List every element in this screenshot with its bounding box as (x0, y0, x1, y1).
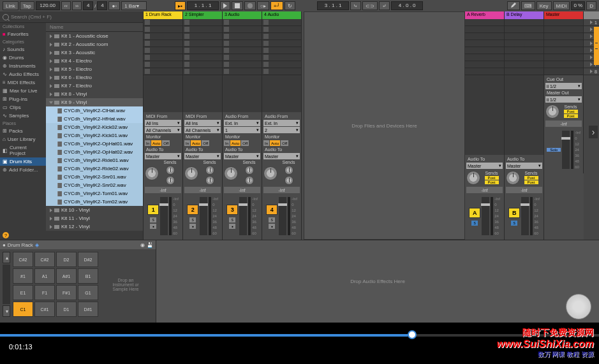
sidebar-samples[interactable]: ∿Samples (0, 112, 46, 120)
kit-folder[interactable]: Kit 8 - Vinyl (46, 90, 143, 98)
clip-slot[interactable] (223, 68, 262, 75)
clip-slot[interactable] (223, 61, 262, 68)
arm-button[interactable]: ● (150, 224, 156, 229)
input-dropdown[interactable]: Ext. In▾ (263, 120, 300, 126)
clip-slot[interactable] (505, 26, 544, 33)
track-header[interactable]: 4 Audio (262, 11, 301, 19)
channel-dropdown[interactable]: 1▾ (224, 127, 260, 133)
audio-file[interactable]: CYCdh_VinylK2-ClHat.wav (46, 106, 143, 115)
kit-folder[interactable]: Kit 9 - Vinyl (46, 98, 143, 106)
clip-slot[interactable] (183, 54, 222, 61)
clip-slot[interactable] (183, 68, 222, 75)
volume-display[interactable]: -Inf (263, 187, 300, 193)
clip-slot[interactable] (144, 68, 182, 75)
audio-file[interactable]: CYCdh_VinylK2-OpHat01.wav (46, 140, 143, 148)
automation-arm[interactable]: +┘ (270, 1, 283, 10)
clip-slot[interactable] (544, 33, 583, 40)
clip-slot[interactable] (544, 68, 583, 75)
kit-folder[interactable]: Kit 1 - Acoustic close (46, 32, 143, 40)
post-button[interactable]: Post (485, 176, 499, 180)
post-button[interactable]: Post (564, 110, 578, 113)
loop-start[interactable]: 3 . 1 . 1 (317, 1, 349, 10)
clip-slot[interactable] (544, 47, 583, 54)
clip-slot[interactable] (465, 19, 504, 26)
sidebar-max[interactable]: ▦Max for Live (0, 87, 46, 95)
solo-button[interactable]: S (229, 217, 235, 222)
device-show-icon[interactable]: ◉ (140, 242, 145, 248)
volume-display[interactable]: -Inf (184, 187, 221, 193)
clip-slot[interactable] (144, 40, 182, 47)
solo-button[interactable]: S (471, 221, 478, 226)
clip-slot[interactable] (505, 19, 544, 26)
track-activator[interactable]: 1 (147, 205, 159, 215)
clip-slot[interactable] (223, 40, 262, 47)
output-dropdown[interactable]: Master▾ (224, 153, 260, 159)
scene-slot[interactable]: 1 (584, 19, 599, 26)
track-activator[interactable]: 4 (266, 205, 277, 215)
send-knob-a[interactable] (166, 166, 175, 175)
nudge-down[interactable]: ‹‹ (61, 1, 71, 10)
clip-slot[interactable] (144, 47, 182, 54)
loop-length[interactable]: 4 . 0 . 0 (391, 1, 423, 10)
sidebar-add-folder[interactable]: ⊕Add Folder... (0, 166, 46, 174)
channel-dropdown[interactable]: 2▾ (263, 127, 300, 133)
channel-dropdown[interactable]: All Channels▾ (145, 127, 181, 133)
sidebar-drum-kits[interactable]: ▣Drum Kits (0, 157, 46, 166)
audio-file[interactable]: CYCdh_VinylK2-Tom01.wav (46, 189, 143, 198)
volume-fader[interactable] (521, 197, 529, 235)
input-dropdown[interactable]: All Ins▾ (145, 120, 181, 126)
output-dropdown[interactable]: Master▾ (506, 163, 542, 169)
audio-file[interactable]: CYCdh_VinylK2-OpHat02.wav (46, 148, 143, 156)
drum-drop-zone[interactable]: Drop an Instrument or Sample Here (98, 252, 153, 317)
solo-button[interactable]: Solo (547, 148, 561, 152)
drum-pad[interactable]: D1 (56, 302, 77, 317)
drum-scroll-track[interactable] (3, 265, 10, 304)
output-dropdown[interactable]: Master▾ (184, 153, 221, 159)
clip-slot[interactable] (223, 19, 262, 26)
pan-knob[interactable] (506, 171, 520, 185)
clip-slot[interactable] (505, 68, 544, 75)
drum-pad[interactable]: F1 (34, 285, 55, 300)
drum-pad[interactable]: #1 (13, 268, 33, 284)
master-out-dropdown[interactable]: ii 1/2▾ (545, 96, 582, 103)
solo-button[interactable]: S (150, 217, 156, 222)
track-header[interactable]: A Reverb (465, 11, 504, 19)
track-header[interactable]: Master (544, 11, 583, 19)
clip-slot[interactable] (505, 40, 544, 47)
audio-file[interactable]: CYCdh_VinylK2-Ride02.wav (46, 164, 143, 173)
punch-out[interactable]: ⤶ (379, 1, 390, 10)
volume-fader[interactable] (279, 197, 286, 235)
send-knob-b[interactable] (205, 176, 214, 185)
clip-slot[interactable] (505, 47, 544, 54)
sidebar-drums[interactable]: ◉Drums (0, 54, 46, 62)
drum-pad[interactable]: C1 (13, 302, 33, 317)
clip-slot[interactable] (262, 68, 301, 75)
audio-file[interactable]: CYCdh_VinylK2-HfHat.wav (46, 115, 143, 123)
drum-pad[interactable]: E1 (13, 285, 33, 300)
input-dropdown[interactable]: All Ins▾ (184, 120, 221, 126)
audio-file[interactable]: CYCdh_VinylK2-Tom02.wav (46, 198, 143, 206)
clip-slot[interactable] (465, 61, 504, 68)
clip-slot[interactable] (223, 33, 262, 40)
nudge-up[interactable]: ›› (72, 1, 82, 10)
record-button[interactable] (244, 1, 256, 10)
drum-pad[interactable]: G1 (78, 285, 98, 300)
expand-arrow-icon[interactable]: › (589, 126, 598, 138)
effects-drop-zone[interactable]: Drop Audio Effects Here (156, 240, 599, 323)
clip-slot[interactable] (262, 19, 301, 26)
hotswap-icon[interactable]: ◈ (35, 242, 39, 248)
audio-file[interactable]: CYCdh_VinylK2-Ride01.wav (46, 156, 143, 164)
follow-button[interactable]: ▸▪ (175, 1, 186, 10)
clip-slot[interactable] (505, 54, 544, 61)
track-activator[interactable]: A (469, 208, 480, 218)
link-button[interactable]: Link (3, 1, 18, 10)
send-knob-b[interactable] (245, 176, 254, 185)
kit-folder[interactable]: Kit 2 - Acoustic room (46, 40, 143, 48)
volume-display[interactable]: -Inf (145, 187, 181, 193)
drum-pad[interactable]: F#1 (56, 285, 77, 300)
arm-button[interactable]: ● (269, 224, 275, 229)
drop-zone-tracks[interactable]: Drop Files and Devices Here (304, 11, 465, 240)
progress-handle[interactable] (408, 330, 417, 339)
audio-file[interactable]: CYCdh_VinylK2-Snr01.wav (46, 173, 143, 181)
track-header[interactable]: 1 Drum Rack (144, 11, 182, 19)
